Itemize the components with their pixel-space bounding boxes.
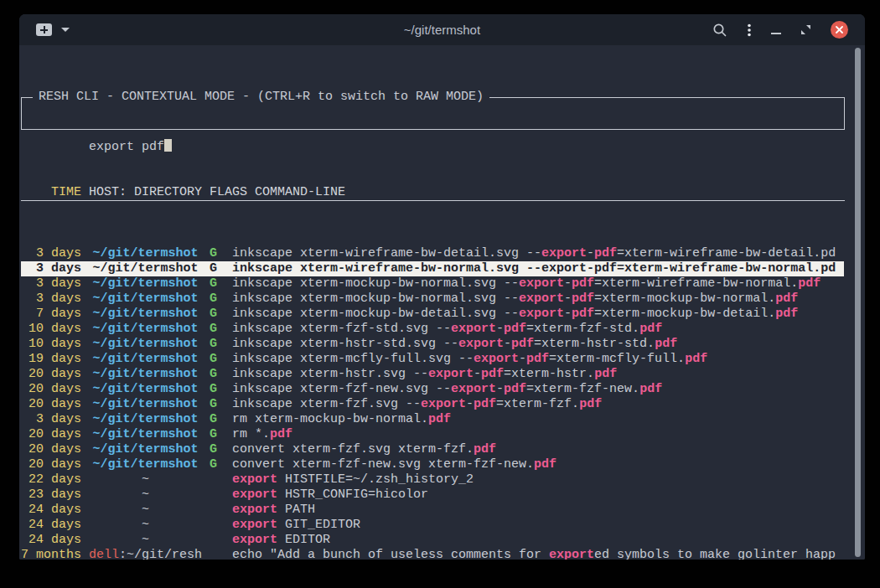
history-row[interactable]: 20 days~/git/termshotGinkscape xterm-fzf… xyxy=(21,397,844,412)
search-box[interactable]: RESH CLI - CONTEXTUAL MODE - (CTRL+R to … xyxy=(21,97,845,130)
command-line: convert xterm-fzf.svg xterm-fzf.pdf xyxy=(232,442,844,457)
command-line: export PATH xyxy=(232,503,844,518)
host-directory: ~ xyxy=(89,518,202,533)
host-directory: ~/git/termshot xyxy=(89,322,202,337)
host-directory: ~/git/termshot xyxy=(89,276,202,291)
terminal-screen: RESH CLI - CONTEXTUAL MODE - (CTRL+R to … xyxy=(19,45,865,560)
new-tab-icon[interactable] xyxy=(36,23,52,36)
table-header: TIME HOST: DIRECTORY FLAGS COMMAND-LINE xyxy=(21,185,845,201)
command-line: inkscape xterm-hstr-std.svg --export-pdf… xyxy=(232,337,844,352)
history-row[interactable]: 24 days~export EDITOR xyxy=(21,533,844,548)
history-row[interactable]: 10 days~/git/termshotGinkscape xterm-fzf… xyxy=(21,322,844,337)
host-directory: dell:~/git/resh xyxy=(89,548,202,560)
terminal-window: ~/git/termshot xyxy=(19,14,865,560)
command-line: inkscape xterm-fzf-new.svg --export-pdf=… xyxy=(232,382,844,397)
restore-icon[interactable] xyxy=(800,24,811,35)
history-row[interactable]: 20 days~/git/termshotGconvert xterm-fzf.… xyxy=(21,442,844,457)
command-line: inkscape xterm-mockup-bw-normal.svg --ex… xyxy=(232,276,844,291)
header-time: TIME xyxy=(21,185,81,200)
command-line: inkscape xterm-wireframe-bw-normal.svg -… xyxy=(232,261,844,276)
command-line: export GIT_EDITOR xyxy=(232,518,844,533)
history-row[interactable]: 20 days~/git/termshotGinkscape xterm-fzf… xyxy=(21,382,844,397)
host-directory: ~ xyxy=(89,503,202,518)
host-directory: ~/git/termshot xyxy=(89,427,202,442)
host-directory: ~/git/termshot xyxy=(89,442,202,457)
history-row[interactable]: 3 days~/git/termshotGinkscape xterm-mock… xyxy=(21,291,844,307)
history-row-selected[interactable]: 3 days~/git/termshotGinkscape xterm-wire… xyxy=(21,261,844,276)
command-line: inkscape xterm-mockup-bw-normal.svg --ex… xyxy=(232,291,844,307)
history-row[interactable]: 7 days~/git/termshotGinkscape xterm-mock… xyxy=(21,307,844,322)
host-directory: ~/git/termshot xyxy=(89,457,202,472)
host-directory: ~/git/termshot xyxy=(89,291,202,307)
history-row[interactable]: 24 days~export PATH xyxy=(21,503,844,518)
host-directory: ~/git/termshot xyxy=(89,367,202,382)
command-line: rm *.pdf xyxy=(232,427,844,442)
text-cursor xyxy=(164,139,172,152)
command-line: convert xterm-fzf-new.svg xterm-fzf-new.… xyxy=(232,457,844,472)
tab-list-caret-icon[interactable] xyxy=(61,28,70,32)
close-icon[interactable] xyxy=(831,21,848,39)
command-line: inkscape xterm-fzf.svg --export-pdf=xter… xyxy=(232,397,844,412)
history-row[interactable]: 20 days~/git/termshotGinkscape xterm-hst… xyxy=(21,367,844,382)
scrollbar[interactable] xyxy=(855,48,861,557)
search-box-title: RESH CLI - CONTEXTUAL MODE - (CTRL+R to … xyxy=(33,90,489,105)
history-row[interactable]: 23 days~export HSTR_CONFIG=hicolor xyxy=(21,487,844,503)
search-input[interactable]: export pdf xyxy=(89,140,164,154)
history-row[interactable]: 20 days~/git/termshotGrm *.pdf xyxy=(21,427,844,442)
history-row[interactable]: 3 days~/git/termshotGinkscape xterm-mock… xyxy=(21,276,844,291)
command-line: inkscape xterm-wireframe-bw-detail.svg -… xyxy=(232,246,844,261)
command-line: inkscape xterm-fzf-std.svg --export-pdf=… xyxy=(232,322,844,337)
header-flags-command: FLAGS COMMAND-LINE xyxy=(210,185,345,200)
host-directory: ~ xyxy=(89,472,202,487)
history-row[interactable]: 24 days~export GIT_EDITOR xyxy=(21,518,844,533)
menu-kebab-icon[interactable] xyxy=(747,23,752,38)
host-directory: ~/git/termshot xyxy=(89,352,202,367)
command-line: export EDITOR xyxy=(232,533,844,548)
search-icon[interactable] xyxy=(712,23,727,38)
host-directory: ~/git/termshot xyxy=(89,412,202,427)
history-row[interactable]: 3 days~/git/termshotGinkscape xterm-wire… xyxy=(21,246,844,261)
command-line: inkscape xterm-hstr.svg --export-pdf=xte… xyxy=(232,367,844,382)
history-row[interactable]: 7 monthsdell:~/git/reshecho "Add a bunch… xyxy=(21,548,844,560)
history-row[interactable]: 10 days~/git/termshotGinkscape xterm-hst… xyxy=(21,337,844,352)
host-directory: ~/git/termshot xyxy=(89,337,202,352)
host-directory: ~/git/termshot xyxy=(89,382,202,397)
history-row[interactable]: 20 days~/git/termshotGconvert xterm-fzf-… xyxy=(21,457,844,472)
host-directory: ~/git/termshot xyxy=(89,261,202,276)
minimize-icon[interactable] xyxy=(771,33,781,34)
history-row[interactable]: 22 days~export HISTFILE=~/.zsh_history_2 xyxy=(21,472,844,487)
command-line: inkscape xterm-mockup-bw-detail.svg --ex… xyxy=(232,307,844,322)
titlebar: ~/git/termshot xyxy=(19,14,865,45)
host-directory: ~ xyxy=(89,487,202,503)
history-row[interactable]: 3 days~/git/termshotGrm xterm-mockup-bw-… xyxy=(21,412,844,427)
host-directory: ~ xyxy=(89,533,202,548)
command-line: rm xterm-mockup-bw-normal.pdf xyxy=(232,412,844,427)
command-line: export HISTFILE=~/.zsh_history_2 xyxy=(232,472,844,487)
host-directory: ~/git/termshot xyxy=(89,246,202,261)
history-rows: 3 days~/git/termshotGinkscape xterm-wire… xyxy=(21,246,865,560)
host-directory: ~/git/termshot xyxy=(89,307,202,322)
command-line: inkscape xterm-mcfly-full.svg --export-p… xyxy=(232,352,844,367)
command-line: export HSTR_CONFIG=hicolor xyxy=(232,487,844,503)
header-host-directory: HOST: DIRECTORY xyxy=(89,185,202,200)
command-line: echo "Add a bunch of useless comments fo… xyxy=(232,548,844,560)
host-directory: ~/git/termshot xyxy=(89,397,202,412)
history-row[interactable]: 19 days~/git/termshotGinkscape xterm-mcf… xyxy=(21,352,844,367)
